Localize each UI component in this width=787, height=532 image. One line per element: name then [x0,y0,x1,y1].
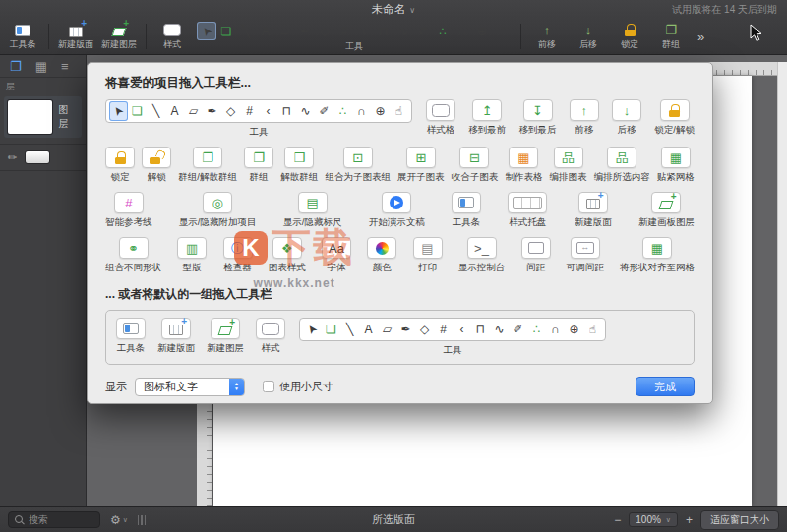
done-button[interactable]: 完成 [636,377,695,396]
new-artboard-layer[interactable]: 新建画板图层 [638,192,695,229]
new-layer[interactable]: 新建图层 [207,318,244,355]
small-size-checkbox[interactable]: 使用小尺寸 [263,380,333,394]
hand-tool[interactable]: ☝ [583,320,602,339]
layer-item[interactable]: 图层 [4,96,82,138]
zoom-out-button[interactable]: − [614,513,621,527]
toolbar-panel[interactable]: 工具条 [452,192,481,229]
space[interactable]: 间距 [521,237,551,274]
text-tool[interactable]: A [165,101,184,121]
unlock[interactable]: 解锁 [142,147,171,184]
grid-tool[interactable]: # [240,101,259,121]
collapse-subgraph[interactable]: ⊟ 收合子图表 [452,147,499,184]
brush-tool[interactable]: ✐ [509,320,527,339]
lock[interactable]: 锁定 [105,147,135,184]
fountain-pen-tool[interactable]: ✒ [396,320,415,339]
layout-selection[interactable]: 品 编排所选内容 [594,147,650,184]
diagram-tool[interactable]: ◇ [315,22,334,40]
expand-subgraph[interactable]: ⊞ 展开子图表 [397,147,445,184]
group-as-subgraph[interactable]: ⊡ 组合为子图表组 [325,147,391,184]
new-canvas[interactable]: 新建版面 [575,192,612,229]
line-tool[interactable]: ╲ [147,101,165,121]
search-input[interactable]: 搜索 [8,511,100,528]
drag-handle[interactable] [138,515,147,525]
magnet-tool[interactable]: ∴ [527,320,546,339]
stencils[interactable]: ▥ 型版 [177,237,207,274]
title-chevron-icon[interactable]: ∨ [409,6,415,15]
style-tray[interactable]: 样式托盘 [508,192,547,229]
shape-tool[interactable]: ❏ [216,22,236,40]
style-well[interactable]: 样式格 [426,99,455,137]
arc-tool[interactable]: ∩ [352,101,371,121]
fountain-pen-tool[interactable]: ✒ [295,22,315,40]
shape-tool[interactable]: ❏ [128,101,147,121]
send-to-back[interactable]: ↧ 移到最后 [519,99,557,137]
artboard-tool[interactable]: ⊓ [374,22,394,40]
vertical-scrollbar[interactable] [777,62,787,506]
brush-tool[interactable]: ✐ [315,101,333,121]
artboard-tool[interactable]: ⊓ [471,320,490,339]
layers-tab[interactable]: ❐ [10,60,22,73]
diagram-tool[interactable]: ◇ [221,101,240,121]
align-shapes-to-grid[interactable]: ▦ 将形状对齐至网格 [620,237,695,274]
diagram-tool[interactable]: ◇ [415,320,434,339]
smart-guides[interactable]: # 智能参考线 [105,192,152,229]
text-tool[interactable]: A [256,22,275,40]
bring-to-front[interactable]: ↥ 移到最前 [468,99,506,137]
pen-tool[interactable]: ▱ [184,101,203,121]
toolbar-overflow-icon[interactable]: » [696,30,706,44]
zoom-tool[interactable]: ⊕ [472,22,492,40]
zoom-tool[interactable]: ⊕ [565,320,583,339]
chevron-tool[interactable]: ‹ [453,320,471,339]
layout-diagram[interactable]: 品 编排图表 [550,147,587,184]
layer-style-swatch[interactable] [25,150,50,164]
lock[interactable]: 锁定 [613,21,646,52]
pen-tool[interactable]: ▱ [378,320,396,339]
connection-tool[interactable]: ∿ [394,22,413,40]
action-menu-button[interactable]: ⚙∨ [110,513,128,527]
new-canvas-button[interactable]: 新建版面 [58,21,93,52]
selection-tool[interactable]: ➤ [109,101,128,121]
ungroup[interactable]: ❒ 解散群组 [280,147,318,184]
make-table[interactable]: ▦ 制作表格 [505,147,542,184]
text-tool[interactable]: A [359,320,378,339]
new-canvas[interactable]: 新建版面 [157,318,195,355]
canvas-grid-tab[interactable]: ▦ [35,60,47,73]
line-tool[interactable]: ╲ [236,22,256,40]
grid-tool[interactable]: # [434,320,453,339]
pen-tool[interactable]: ▱ [275,22,295,40]
style-well-button[interactable]: 样式 [155,21,189,52]
hand-tool[interactable]: ☝ [492,22,512,40]
line-tool[interactable]: ╲ [340,320,359,339]
pencil-icon[interactable]: ✏ [8,151,17,164]
colors[interactable]: 颜色 [367,237,396,274]
show-mode-select[interactable]: 图标和文字 ▲▼ [135,378,245,396]
arc-tool[interactable]: ∩ [546,320,565,339]
magnet-tool[interactable]: ∴ [433,22,453,40]
arc-tool[interactable]: ∩ [453,22,472,40]
brush-tool[interactable]: ✐ [413,22,433,40]
selection-tool[interactable]: ➤ [303,320,322,339]
inspectors[interactable]: ⓘ 检查器 [223,237,253,274]
zoom-tool[interactable]: ⊕ [371,101,390,121]
start-presentation[interactable]: 开始演示文稿 [369,192,425,229]
fountain-pen-tool[interactable]: ✒ [203,101,221,121]
group-ungroup[interactable]: ❐ 群组/解散群组 [178,147,237,184]
combine-shapes[interactable]: ⚭ 组合不同形状 [105,237,161,274]
new-layer-button[interactable]: 新建图层 [101,21,137,52]
show-hide-rulers[interactable]: ▤ 显示/隐藏标尺 [283,192,342,229]
style-well[interactable]: 样式 [256,318,285,355]
snap-to-grid[interactable]: ▦ 贴紧网格 [657,147,695,184]
show-hide-extras[interactable]: ◎ 显示/隐藏附加项目 [179,192,257,229]
artboard-tool[interactable]: ⊓ [277,101,296,121]
fonts[interactable]: Aa 字体 [322,237,351,274]
bring-forward[interactable]: ↑ 前移 [570,99,599,137]
shape-tool[interactable]: ❏ [322,320,340,339]
selection-tool[interactable]: ➤ [197,22,216,40]
send-backward[interactable]: ↓ 后移 [612,99,641,137]
show-console[interactable]: >_ 显示控制台 [458,237,506,274]
magnet-tool[interactable]: ∴ [333,101,352,121]
send-backward[interactable]: ↓ 后移 [572,21,605,52]
zoom-level-select[interactable]: 100% ∨ [629,512,678,527]
print[interactable]: ▤ 打印 [413,237,443,274]
fit-window-button[interactable]: 适应窗口大小 [700,510,779,530]
